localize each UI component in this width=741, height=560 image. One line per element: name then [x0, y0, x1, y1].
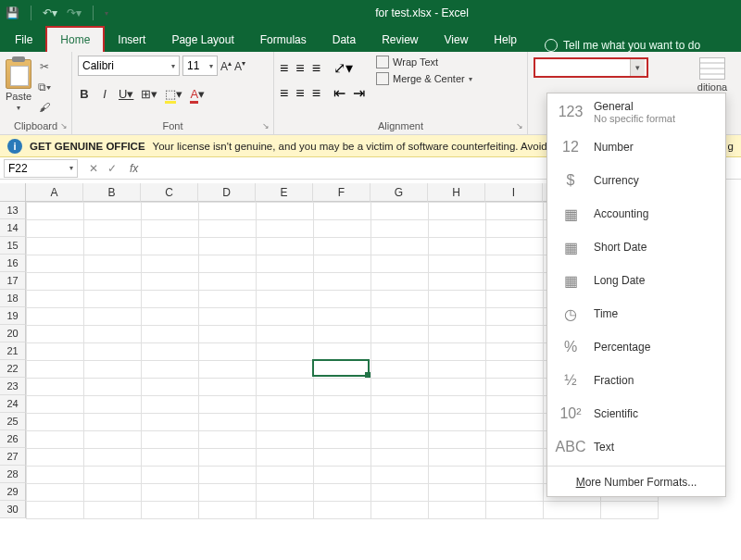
cell[interactable]: [257, 326, 314, 343]
cell[interactable]: [27, 379, 84, 396]
number-format-accounting[interactable]: ▦Accounting: [547, 197, 725, 230]
cell[interactable]: [486, 255, 544, 273]
number-format-scientific[interactable]: 10²Scientific: [547, 397, 725, 430]
cell[interactable]: [486, 502, 544, 519]
save-icon[interactable]: 💾: [6, 6, 19, 19]
orientation-button[interactable]: ⤢▾: [333, 59, 353, 77]
row-header[interactable]: 15: [0, 237, 26, 255]
cell[interactable]: [84, 343, 142, 361]
cell[interactable]: [601, 502, 659, 519]
cell[interactable]: [371, 291, 429, 308]
cell[interactable]: [257, 343, 314, 361]
row-header[interactable]: 20: [0, 325, 26, 342]
align-top-icon[interactable]: ≡: [280, 60, 288, 77]
cell[interactable]: [199, 484, 257, 502]
cell[interactable]: [371, 396, 429, 414]
cell[interactable]: [371, 273, 429, 291]
underline-button[interactable]: U▾: [119, 87, 133, 101]
row-header[interactable]: 30: [0, 501, 26, 518]
cell[interactable]: [27, 273, 84, 291]
cell[interactable]: [371, 255, 429, 273]
cell[interactable]: [371, 238, 429, 255]
cell[interactable]: [486, 361, 544, 379]
cell[interactable]: [199, 379, 257, 396]
cancel-icon[interactable]: ✕: [89, 162, 98, 175]
cell[interactable]: [199, 361, 257, 379]
cell[interactable]: [371, 467, 429, 484]
copy-icon[interactable]: ⧉▾: [37, 80, 52, 94]
cell[interactable]: [257, 431, 314, 449]
tab-page-layout[interactable]: Page Layout: [158, 28, 246, 52]
cell[interactable]: [142, 502, 199, 519]
cell[interactable]: [142, 379, 199, 396]
cell[interactable]: [314, 449, 371, 467]
format-painter-icon[interactable]: 🖌: [37, 100, 52, 115]
cell[interactable]: [142, 273, 199, 291]
row-header[interactable]: 27: [0, 448, 26, 466]
tab-insert[interactable]: Insert: [105, 28, 158, 52]
cell[interactable]: [27, 308, 84, 326]
cell[interactable]: [84, 326, 142, 343]
number-format-percentage[interactable]: %Percentage: [547, 330, 725, 364]
cell[interactable]: [314, 238, 371, 255]
cell[interactable]: [142, 238, 199, 255]
cell[interactable]: [142, 220, 199, 238]
cell[interactable]: [429, 291, 486, 308]
column-header[interactable]: C: [141, 183, 198, 202]
cell[interactable]: [429, 414, 486, 431]
cell[interactable]: [27, 484, 84, 502]
cell[interactable]: [314, 396, 371, 414]
cell[interactable]: [486, 220, 544, 238]
cell[interactable]: [486, 326, 544, 343]
row-header[interactable]: 23: [0, 378, 26, 395]
cell[interactable]: [429, 449, 486, 467]
column-header[interactable]: D: [198, 183, 256, 202]
cell[interactable]: [199, 220, 257, 238]
number-format-short_date[interactable]: ▦Short Date: [547, 230, 725, 264]
cell[interactable]: [27, 467, 84, 484]
fx-icon[interactable]: fx: [124, 162, 144, 175]
cell[interactable]: [429, 484, 486, 502]
clipboard-launcher-icon[interactable]: ↘: [60, 121, 68, 131]
tab-file[interactable]: File: [6, 28, 45, 52]
cell[interactable]: [257, 361, 314, 379]
cell[interactable]: [199, 414, 257, 431]
grow-font-icon[interactable]: A▴: [220, 59, 232, 73]
cell[interactable]: [371, 203, 429, 220]
cell[interactable]: [142, 291, 199, 308]
cell[interactable]: [314, 484, 371, 502]
cell[interactable]: [371, 502, 429, 519]
cell[interactable]: [142, 361, 199, 379]
cell[interactable]: [314, 255, 371, 273]
cell[interactable]: [429, 203, 486, 220]
cell[interactable]: [314, 273, 371, 291]
cell[interactable]: [257, 484, 314, 502]
cell[interactable]: [486, 238, 544, 255]
cell[interactable]: [314, 343, 371, 361]
row-header[interactable]: 24: [0, 395, 26, 413]
tab-formulas[interactable]: Formulas: [247, 28, 320, 52]
font-launcher-icon[interactable]: ↘: [262, 121, 270, 131]
tab-view[interactable]: View: [432, 28, 482, 52]
cell[interactable]: [84, 414, 142, 431]
cell[interactable]: [486, 449, 544, 467]
cell[interactable]: [27, 449, 84, 467]
cell[interactable]: [486, 431, 544, 449]
cell[interactable]: [84, 308, 142, 326]
cell[interactable]: [429, 308, 486, 326]
font-color-button[interactable]: A▾: [190, 87, 205, 101]
cell[interactable]: [314, 326, 371, 343]
name-box[interactable]: F22▾: [4, 159, 78, 178]
cell[interactable]: [314, 379, 371, 396]
active-cell[interactable]: [312, 359, 370, 377]
cell[interactable]: [199, 431, 257, 449]
column-header[interactable]: B: [83, 183, 141, 202]
cell[interactable]: [199, 308, 257, 326]
cell[interactable]: [314, 308, 371, 326]
cell[interactable]: [199, 449, 257, 467]
row-header[interactable]: 19: [0, 307, 26, 325]
align-bottom-icon[interactable]: ≡: [312, 60, 320, 77]
cell[interactable]: [27, 502, 84, 519]
enter-icon[interactable]: ✓: [107, 162, 117, 175]
cell[interactable]: [257, 502, 314, 519]
